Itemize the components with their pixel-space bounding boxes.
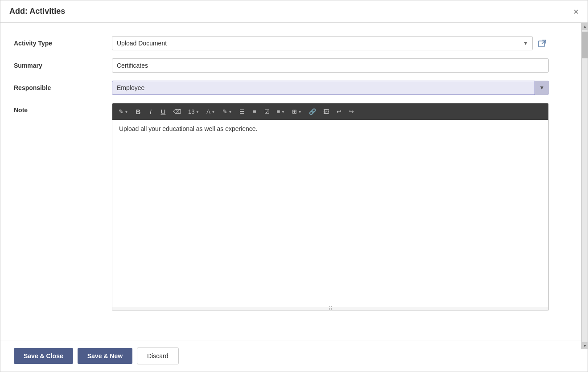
responsible-control-wrap: Employee ▼ (112, 81, 549, 95)
activity-type-select-wrapper: Upload Document ▼ (112, 36, 533, 50)
bullet-list-button[interactable]: ☰ (237, 106, 247, 117)
external-link-icon (538, 39, 547, 48)
highlight-chevron-icon: ▼ (228, 110, 232, 114)
scroll-thumb[interactable] (582, 32, 588, 58)
checklist-icon: ☑ (264, 108, 270, 115)
note-editor-content[interactable]: Upload all your educational as well as e… (112, 120, 548, 307)
undo-button[interactable]: ↩ (333, 106, 344, 117)
save-close-button[interactable]: Save & Close (14, 348, 73, 364)
activity-type-row: Activity Type Upload Document ▼ (14, 36, 574, 50)
strikethrough-button[interactable]: ⌫ (170, 106, 184, 117)
ordered-list-icon: ≡ (253, 108, 256, 115)
ordered-list-button[interactable]: ≡ (249, 106, 260, 117)
font-color-button[interactable]: A ▼ (204, 106, 218, 117)
responsible-select[interactable]: Employee (112, 81, 549, 95)
summary-label: Summary (14, 62, 112, 69)
note-control-wrap: ✎ ▼ B I U (112, 103, 549, 311)
summary-control-wrap (112, 58, 549, 73)
font-color-chevron-icon: ▼ (211, 110, 215, 114)
resize-icon: ⠿ (329, 306, 333, 311)
highlight-button[interactable]: ✎ ▼ (220, 106, 235, 117)
font-size-chevron-icon: ▼ (195, 110, 199, 114)
italic-icon: I (150, 108, 152, 115)
font-color-icon: A (206, 108, 210, 115)
bold-button[interactable]: B (133, 106, 144, 117)
format-button[interactable]: ✎ ▼ (116, 106, 131, 117)
responsible-chevron-icon: ▼ (535, 81, 549, 95)
bold-icon: B (136, 108, 141, 115)
responsible-row: Responsible Employee ▼ (14, 81, 574, 95)
modal-footer: Save & Close Save & New Discard (0, 340, 588, 372)
responsible-select-wrapper: Employee ▼ (112, 81, 549, 95)
note-text: Upload all your educational as well as e… (119, 125, 258, 132)
align-icon: ≡ (277, 108, 280, 115)
activity-type-select[interactable]: Upload Document (112, 36, 533, 50)
checklist-button[interactable]: ☑ (262, 106, 272, 117)
bullet-list-icon: ☰ (239, 108, 245, 115)
scroll-up-button[interactable]: ▲ (582, 23, 588, 30)
note-row: Note ✎ ▼ B (14, 103, 574, 311)
pen-icon: ✎ (119, 108, 123, 115)
link-icon: 🔗 (309, 108, 316, 115)
strikethrough-icon: ⌫ (173, 108, 181, 115)
table-icon: ⊞ (292, 108, 297, 115)
italic-button[interactable]: I (145, 106, 156, 117)
image-button[interactable]: 🖼 (321, 106, 332, 117)
close-button[interactable]: × (573, 7, 579, 16)
modal-title: Add: Activities (9, 7, 65, 16)
table-chevron-icon: ▼ (298, 110, 302, 114)
summary-row: Summary (14, 58, 574, 73)
editor-toolbar: ✎ ▼ B I U (112, 103, 548, 120)
undo-icon: ↩ (337, 108, 341, 115)
align-chevron-icon: ▼ (281, 110, 285, 114)
scroll-down-button[interactable]: ▼ (582, 342, 588, 349)
scrollbar[interactable]: ▲ ▼ (581, 23, 588, 349)
note-editor: ✎ ▼ B I U (112, 103, 549, 311)
external-link-button[interactable] (536, 37, 549, 49)
underline-icon: U (161, 108, 166, 115)
discard-button[interactable]: Discard (137, 347, 178, 364)
responsible-label: Responsible (14, 84, 112, 91)
font-size-button[interactable]: 13 ▼ (185, 106, 202, 117)
modal-dialog: Add: Activities × Activity Type Upload D… (0, 0, 588, 372)
activity-type-wrap: Upload Document ▼ (112, 36, 549, 50)
note-label: Note (14, 103, 112, 114)
image-icon: 🖼 (323, 108, 329, 115)
font-size-label: 13 (188, 108, 194, 115)
activity-type-label: Activity Type (14, 40, 112, 47)
align-button[interactable]: ≡ ▼ (274, 106, 288, 117)
redo-button[interactable]: ↪ (346, 106, 357, 117)
link-button[interactable]: 🔗 (306, 106, 319, 117)
summary-input[interactable] (112, 58, 549, 73)
format-chevron-icon: ▼ (124, 110, 128, 114)
table-button[interactable]: ⊞ ▼ (289, 106, 304, 117)
save-new-button[interactable]: Save & New (78, 348, 132, 364)
underline-button[interactable]: U (158, 106, 169, 117)
redo-icon: ↪ (349, 108, 354, 115)
modal-body: Activity Type Upload Document ▼ (0, 23, 588, 340)
editor-resize-handle[interactable]: ⠿ (112, 307, 548, 311)
modal-header: Add: Activities × (0, 0, 588, 23)
highlight-icon: ✎ (222, 108, 227, 115)
